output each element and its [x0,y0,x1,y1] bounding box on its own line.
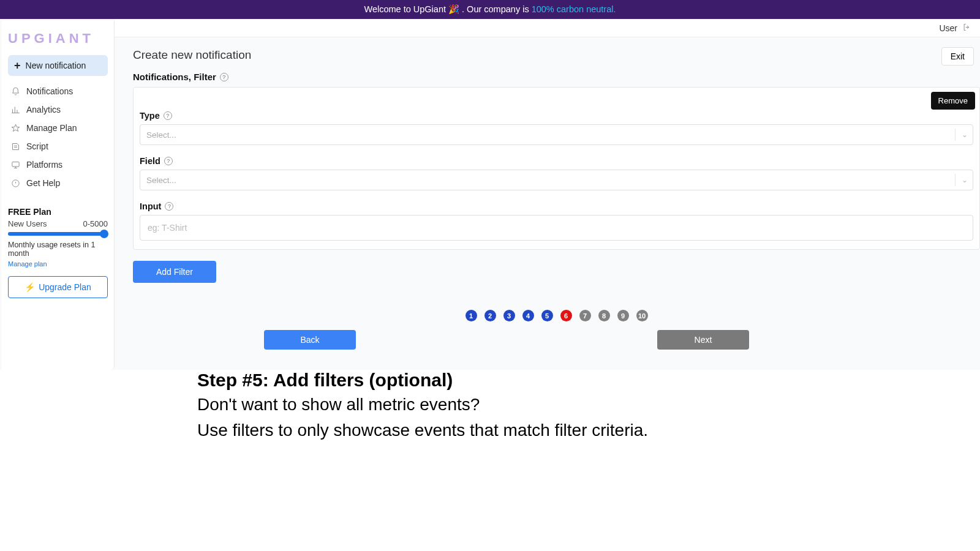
new-notification-button[interactable]: + New notification [8,55,108,76]
upgrade-label: Upgrade Plan [39,282,91,292]
plus-icon: + [14,60,21,71]
page-title: Create new notification [133,48,251,62]
caption-line-1: Don't want to show all metric events? [197,393,871,416]
exit-button[interactable]: Exit [941,47,974,66]
manage-plan-link[interactable]: Manage plan [8,260,108,268]
step-dot-10[interactable]: 10 [636,310,648,321]
sidebar-item-manage-plan[interactable]: Manage Plan [8,119,108,137]
sidebar-item-label: Platforms [26,160,62,170]
plan-metric: New Users [8,219,47,228]
main-area: User Create new notification Exit Notifi… [115,19,980,370]
banner-text: Welcome to UpGiant 🎉 . Our company is [364,4,531,14]
sidebar-item-label: Manage Plan [26,123,77,133]
input-label: Input ? [140,201,973,211]
welcome-banner: Welcome to UpGiant 🎉 . Our company is 10… [0,0,980,19]
sidebar-item-platforms[interactable]: Platforms [8,156,108,174]
step-dot-3[interactable]: 3 [503,310,515,321]
chevron-down-icon: ⌄ [962,130,968,139]
step-dot-8[interactable]: 8 [598,310,610,321]
select-placeholder: Select... [146,130,176,140]
sidebar-item-label: Script [26,141,48,151]
sidebar-item-label: Get Help [26,178,60,188]
caption-optional: (optional) [364,370,453,390]
step-dot-9[interactable]: 9 [617,310,629,321]
help-circle-icon[interactable]: ? [220,73,228,81]
slider-knob[interactable] [100,230,108,238]
section-label: Notifications, Filter ? [133,72,980,82]
help-circle-icon[interactable]: ? [164,111,172,120]
select-placeholder: Select... [146,176,176,185]
field-label: Field ? [140,156,973,166]
sidebar-item-script[interactable]: Script [8,137,108,156]
bell-icon [10,86,20,96]
step-dot-4[interactable]: 4 [522,310,534,321]
bolt-icon: ⚡ [24,282,35,292]
step-indicator: 12345678910 [133,310,980,321]
step-dot-5[interactable]: 5 [541,310,553,321]
script-icon [10,141,20,151]
plan-usage-slider[interactable] [8,232,108,236]
help-icon [10,178,20,188]
remove-filter-button[interactable]: Remove [931,92,975,110]
field-select[interactable]: Select... ⌄ [140,170,973,190]
topbar: User [115,19,980,37]
logout-icon[interactable] [962,23,971,34]
help-circle-icon[interactable]: ? [164,157,173,165]
select-separator [955,129,956,141]
sidebar-item-label: Analytics [26,105,61,114]
add-filter-button[interactable]: Add Filter [133,261,216,283]
chevron-down-icon: ⌄ [962,176,968,184]
svg-rect-0 [12,162,18,167]
plan-reset-note: Monthly usage resets in 1 month [8,241,108,258]
step-dot-2[interactable]: 2 [484,310,496,321]
step-dot-1[interactable]: 1 [466,310,477,321]
plan-summary: FREE Plan New Users 0-5000 Monthly usage… [8,207,108,268]
plan-range: 0-5000 [83,219,108,228]
sidebar-item-label: Notifications [26,86,73,96]
type-select[interactable]: Select... ⌄ [140,124,973,145]
step-dot-7[interactable]: 7 [579,310,591,321]
sidebar: UPGIANT + New notification Notifications… [2,21,115,370]
sidebar-item-notifications[interactable]: Notifications [8,82,108,100]
filter-input[interactable] [140,215,973,241]
back-button[interactable]: Back [264,330,356,350]
type-label: Type ? [140,111,973,121]
sidebar-item-get-help[interactable]: Get Help [8,174,108,192]
select-separator [955,174,956,186]
new-notification-label: New notification [26,61,86,70]
caption-step-title: Step #5: Add filters [197,370,364,390]
filter-card: Remove Type ? Select... ⌄ Field [133,87,980,250]
user-label: User [939,23,957,33]
chart-icon [10,105,20,114]
upgrade-plan-button[interactable]: ⚡ Upgrade Plan [8,276,108,298]
help-circle-icon[interactable]: ? [165,202,173,211]
plan-title: FREE Plan [8,207,108,217]
tutorial-caption: Step #5: Add filters (optional) Don't wa… [197,370,871,442]
sidebar-item-analytics[interactable]: Analytics [8,100,108,119]
carbon-neutral-link[interactable]: 100% carbon neutral. [532,4,616,14]
next-button[interactable]: Next [657,330,749,350]
brand-logo: UPGIANT [2,28,114,55]
platforms-icon [10,160,20,170]
step-dot-6[interactable]: 6 [560,310,572,321]
caption-line-2: Use filters to only showcase events that… [197,419,871,442]
star-icon [10,123,20,133]
